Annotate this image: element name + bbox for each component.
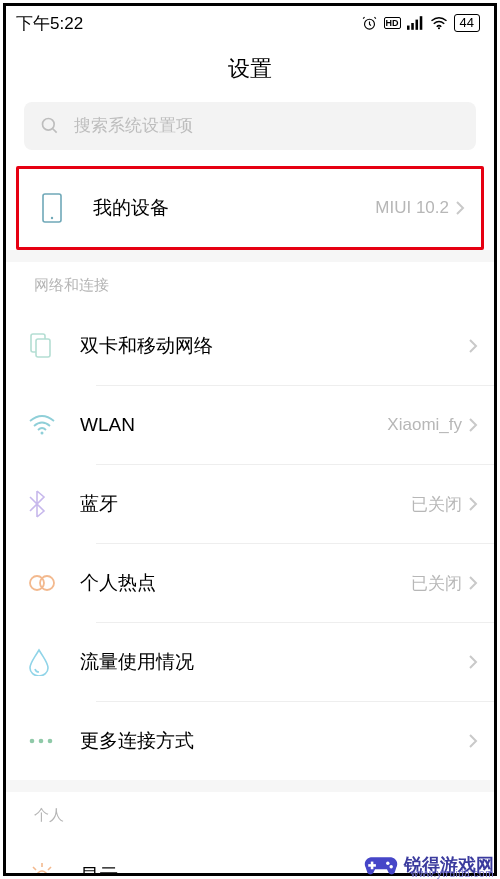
status-time: 下午5:22 bbox=[16, 12, 83, 35]
svg-rect-1 bbox=[407, 26, 410, 30]
phone-icon bbox=[41, 193, 63, 223]
highlighted-row: 我的设备 MIUI 10.2 bbox=[16, 166, 484, 250]
svg-point-12 bbox=[41, 432, 44, 435]
row-bluetooth[interactable]: 蓝牙 已关闭 bbox=[6, 465, 494, 543]
gamepad-icon bbox=[364, 853, 398, 877]
svg-point-30 bbox=[390, 865, 393, 868]
row-label: 双卡和移动网络 bbox=[80, 333, 468, 359]
row-value: MIUI 10.2 bbox=[375, 198, 449, 218]
svg-point-5 bbox=[437, 27, 439, 29]
svg-line-7 bbox=[53, 129, 57, 133]
watermark: 锐得游戏网 www.ytruida.com bbox=[364, 853, 494, 877]
hd-icon: HD bbox=[384, 17, 401, 29]
hotspot-icon bbox=[28, 573, 56, 593]
chevron-right-icon bbox=[468, 733, 478, 749]
row-value: Xiaomi_fy bbox=[387, 415, 462, 435]
row-label: WLAN bbox=[80, 414, 387, 436]
chevron-right-icon bbox=[468, 338, 478, 354]
chevron-right-icon bbox=[468, 654, 478, 670]
row-my-device[interactable]: 我的设备 MIUI 10.2 bbox=[19, 169, 481, 247]
row-value: 已关闭 bbox=[411, 572, 462, 595]
svg-point-17 bbox=[48, 739, 53, 744]
battery-level: 44 bbox=[454, 14, 480, 32]
more-icon bbox=[28, 737, 54, 745]
alarm-icon bbox=[361, 15, 378, 32]
svg-rect-28 bbox=[368, 864, 376, 867]
row-label: 流量使用情况 bbox=[80, 649, 468, 675]
wifi-icon bbox=[430, 16, 448, 30]
svg-point-9 bbox=[51, 217, 53, 219]
row-label: 我的设备 bbox=[93, 195, 375, 221]
search-icon bbox=[40, 116, 60, 136]
svg-point-15 bbox=[30, 739, 35, 744]
chevron-right-icon bbox=[468, 417, 478, 433]
page-title: 设置 bbox=[6, 40, 494, 102]
svg-point-14 bbox=[40, 576, 54, 590]
section-title-network: 网络和连接 bbox=[6, 262, 494, 307]
row-label: 蓝牙 bbox=[80, 491, 411, 517]
svg-line-26 bbox=[48, 867, 51, 870]
svg-line-23 bbox=[33, 867, 36, 870]
section-gap bbox=[6, 250, 494, 262]
search-input[interactable] bbox=[74, 116, 460, 136]
status-bar: 下午5:22 HD 44 bbox=[6, 6, 494, 40]
svg-point-18 bbox=[37, 871, 47, 876]
sun-icon bbox=[28, 862, 56, 876]
row-label: 更多连接方式 bbox=[80, 728, 468, 754]
row-sim[interactable]: 双卡和移动网络 bbox=[6, 307, 494, 385]
row-data-usage[interactable]: 流量使用情况 bbox=[6, 623, 494, 701]
status-icons: HD 44 bbox=[361, 14, 480, 32]
bluetooth-icon bbox=[28, 490, 46, 518]
row-more-connections[interactable]: 更多连接方式 bbox=[6, 702, 494, 780]
row-value: 已关闭 bbox=[411, 493, 462, 516]
search-box[interactable] bbox=[24, 102, 476, 150]
wifi-icon bbox=[28, 414, 56, 436]
drop-icon bbox=[28, 648, 50, 676]
section-gap bbox=[6, 780, 494, 792]
watermark-url: www.ytruida.com bbox=[411, 868, 494, 879]
svg-rect-11 bbox=[36, 339, 50, 357]
svg-rect-3 bbox=[415, 20, 418, 30]
signal-icon bbox=[407, 16, 424, 30]
row-hotspot[interactable]: 个人热点 已关闭 bbox=[6, 544, 494, 622]
chevron-right-icon bbox=[468, 575, 478, 591]
row-label: 个人热点 bbox=[80, 570, 411, 596]
row-wlan[interactable]: WLAN Xiaomi_fy bbox=[6, 386, 494, 464]
sim-icon bbox=[28, 333, 54, 359]
chevron-right-icon bbox=[468, 496, 478, 512]
svg-point-6 bbox=[43, 119, 55, 131]
section-title-personal: 个人 bbox=[6, 792, 494, 837]
chevron-right-icon bbox=[455, 200, 465, 216]
svg-point-29 bbox=[386, 862, 389, 865]
svg-rect-2 bbox=[411, 23, 414, 30]
svg-point-16 bbox=[39, 739, 44, 744]
svg-rect-4 bbox=[419, 16, 422, 30]
